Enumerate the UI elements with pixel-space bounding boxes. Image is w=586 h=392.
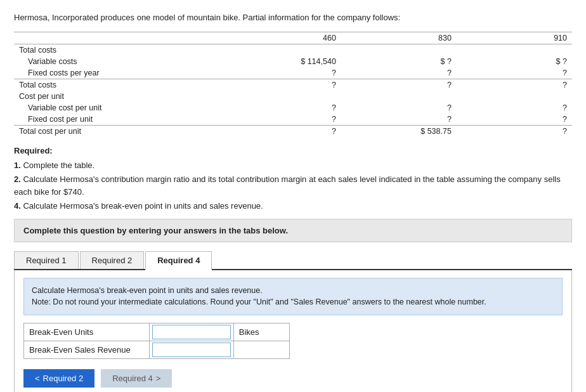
break-even-units-unit: Bikes [233,323,289,341]
break-even-revenue-label: Break-Even Sales Revenue [24,341,150,359]
table-row: Total costs [14,44,572,56]
forward-button-label: Required 4 [112,374,153,383]
tab-required4[interactable]: Required 4 [145,251,212,270]
complete-box: Complete this question by entering your … [14,219,572,242]
answer-row-units: Break-Even Units Bikes [24,323,290,341]
required-item-1: 1. Complete the table. [14,159,572,172]
required-item-4: 4. Calculate Hermosa's break-even point … [14,200,572,212]
arrow-left-icon [35,374,40,383]
required-section: Required: 1. Complete the table. 2. Calc… [14,146,572,212]
required-label: Required: [14,146,572,155]
answer-row-revenue: Break-Even Sales Revenue [24,341,290,359]
col-header-460: 460 [226,32,341,44]
back-button-label: Required 2 [43,374,84,383]
col-header-label [14,32,226,44]
required-list: 1. Complete the table. 2. Calculate Herm… [14,159,572,212]
nav-buttons: Required 2 Required 4 [23,369,563,388]
required-item-2: 2. Calculate Hermosa's contribution marg… [14,173,572,198]
break-even-revenue-input[interactable] [152,343,230,357]
table-row: Variable cost per unit ? ? ? [14,102,572,114]
col-header-910: 910 [457,32,572,44]
table-row: Cost per unit [14,91,572,102]
forward-button[interactable]: Required 4 [101,369,172,388]
back-button[interactable]: Required 2 [23,369,94,388]
table-row: Fixed cost per unit ? ? ? [14,114,572,126]
col-header-830: 830 [341,32,457,44]
answer-table: Break-Even Units Bikes Break-Even Sales … [23,323,290,359]
tabs-row: Required 1 Required 2 Required 4 [14,251,572,270]
arrow-right-icon [156,374,161,383]
table-row: Variable costs $ 114,540 $ ? $ ? [14,56,572,67]
break-even-revenue-unit [233,341,289,359]
tab-content: Calculate Hermosa's break-even point in … [14,270,572,393]
break-even-units-label: Break-Even Units [24,323,150,341]
table-header-row: 460 830 910 [14,32,572,44]
table-row: Total cost per unit ? $ 538.75 ? [14,125,572,137]
tab-required1[interactable]: Required 1 [14,251,79,269]
table-row: Fixed costs per year ? ? ? [14,67,572,79]
break-even-units-input-cell [150,323,233,341]
table-row: Total costs ? ? ? [14,79,572,91]
break-even-revenue-input-cell [150,341,233,359]
info-box: Calculate Hermosa's break-even point in … [23,278,563,316]
data-table: 460 830 910 Total costs Variable costs $… [14,32,572,137]
intro-text: Hermosa, Incorporated produces one model… [14,11,572,24]
tab-required2[interactable]: Required 2 [80,251,145,269]
break-even-units-input[interactable] [152,325,230,339]
